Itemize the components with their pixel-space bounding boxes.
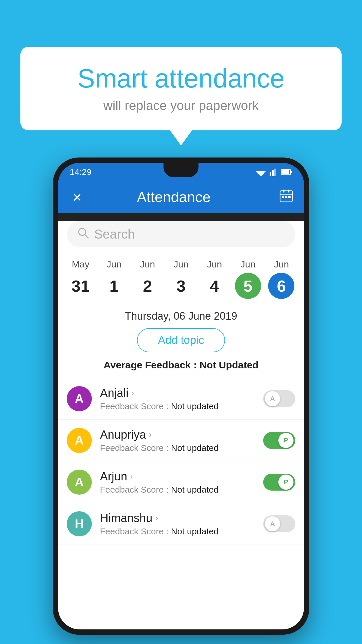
status-bar: 14:29 (58, 163, 304, 181)
feedback-value: Not updated (171, 401, 218, 411)
calendar-button[interactable] (279, 188, 294, 206)
speech-bubble: Smart attendance will replace your paper… (20, 47, 342, 130)
search-bar[interactable]: Search (67, 221, 295, 247)
cal-date-number: 31 (67, 273, 94, 299)
calendar-day[interactable]: Jun3 (165, 259, 197, 299)
app-bar-title: Attendance (86, 189, 261, 206)
calendar-day[interactable]: Jun6 (265, 259, 297, 299)
svg-marker-2 (259, 174, 263, 176)
cal-date-number: 3 (168, 273, 194, 299)
calendar-day[interactable]: Jun4 (198, 259, 231, 299)
student-info: Anjali ›Feedback Score : Not updated (100, 386, 263, 411)
average-feedback: Average Feedback : Not Updated (58, 359, 304, 371)
cal-date-number: 4 (201, 273, 228, 299)
selected-date: Thursday, 06 June 2019 (58, 310, 304, 322)
battery-icon (281, 169, 292, 175)
cal-month-label: Jun (240, 259, 256, 270)
calendar-icon (279, 188, 294, 203)
svg-rect-7 (291, 171, 292, 173)
bubble-title: Smart attendance (44, 64, 318, 93)
feedback-value: Not updated (171, 485, 218, 494)
feedback-score: Feedback Score : Not updated (100, 485, 263, 495)
toggle-knob: A (265, 516, 280, 531)
calendar-day[interactable]: Jun5 (232, 259, 264, 299)
phone-wrapper: 14:29 (53, 158, 309, 635)
cal-date-number: 2 (134, 273, 161, 299)
cal-month-label: May (72, 259, 89, 270)
calendar-day[interactable]: Jun2 (131, 259, 164, 299)
feedback-score: Feedback Score : Not updated (100, 526, 263, 536)
screen-content: Search May31Jun1Jun2Jun3Jun4Jun5Jun6 Thu… (58, 221, 304, 629)
student-list: AAnjali ›Feedback Score : Not updatedAAA… (58, 378, 304, 545)
toggle-container: A (263, 515, 295, 532)
attendance-toggle[interactable]: P (263, 432, 295, 449)
svg-rect-3 (270, 172, 271, 176)
toggle-container: A (263, 390, 295, 407)
wifi-icon (256, 168, 266, 176)
toggle-container: P (263, 432, 295, 449)
attendance-toggle[interactable]: A (263, 390, 295, 407)
svg-rect-8 (282, 170, 289, 174)
cal-month-label: Jun (274, 259, 289, 270)
svg-rect-12 (288, 190, 289, 192)
cal-month-label: Jun (207, 259, 222, 270)
svg-rect-11 (283, 190, 284, 192)
student-item: AAnjali ›Feedback Score : Not updatedA (58, 378, 304, 420)
avatar: A (67, 386, 92, 411)
cal-date-number: 6 (268, 273, 294, 299)
chevron-icon: › (155, 513, 158, 523)
avatar: H (67, 511, 92, 536)
avatar: A (67, 428, 92, 453)
status-icons (256, 168, 292, 176)
speech-bubble-container: Smart attendance will replace your paper… (20, 47, 342, 130)
svg-rect-15 (288, 196, 291, 198)
cal-date-number: 1 (101, 273, 127, 299)
student-item: AAnupriya ›Feedback Score : Not updatedP (58, 420, 304, 461)
svg-rect-13 (282, 196, 284, 198)
svg-rect-14 (285, 196, 287, 198)
feedback-value: Not updated (171, 443, 218, 453)
attendance-toggle[interactable]: P (263, 474, 295, 491)
cal-month-label: Jun (106, 259, 122, 270)
svg-rect-5 (274, 169, 276, 176)
svg-rect-4 (272, 170, 274, 176)
chevron-icon: › (149, 430, 152, 439)
student-item: AArjun ›Feedback Score : Not updatedP (58, 461, 304, 503)
average-feedback-label: Average Feedback : (103, 359, 199, 370)
feedback-value: Not updated (171, 526, 218, 536)
close-button[interactable]: × (68, 188, 86, 206)
calendar-day[interactable]: Jun1 (98, 259, 130, 299)
cal-month-label: Jun (173, 259, 189, 270)
feedback-score: Feedback Score : Not updated (100, 443, 263, 453)
avatar: A (67, 470, 92, 495)
toggle-container: P (263, 474, 295, 491)
student-info: Arjun ›Feedback Score : Not updated (100, 470, 263, 495)
student-item: HHimanshu ›Feedback Score : Not updatedA (58, 503, 304, 545)
bubble-subtitle: will replace your paperwork (44, 98, 318, 113)
student-name[interactable]: Himanshu › (100, 512, 263, 525)
status-time: 14:29 (70, 167, 92, 177)
add-topic-button[interactable]: Add topic (137, 328, 225, 352)
toggle-knob: P (278, 433, 294, 448)
toggle-knob: P (278, 475, 294, 490)
search-placeholder: Search (94, 227, 135, 242)
attendance-toggle[interactable]: A (263, 515, 295, 532)
student-name[interactable]: Anjali › (100, 386, 263, 400)
cal-date-number: 5 (235, 273, 261, 299)
search-icon (77, 227, 89, 242)
chevron-icon: › (130, 472, 133, 481)
toggle-knob: A (265, 391, 280, 406)
phone-inner: 14:29 (58, 163, 304, 629)
signal-icon (270, 168, 278, 176)
notch (164, 163, 198, 177)
calendar-strip: May31Jun1Jun2Jun3Jun4Jun5Jun6 (58, 253, 304, 302)
svg-line-17 (85, 235, 88, 238)
average-feedback-value: Not Updated (200, 359, 259, 370)
calendar-day[interactable]: May31 (64, 259, 96, 299)
student-name[interactable]: Anupriya › (100, 428, 263, 441)
search-magnifier-icon (77, 227, 89, 239)
feedback-score: Feedback Score : Not updated (100, 401, 263, 411)
student-name[interactable]: Arjun › (100, 470, 263, 483)
app-bar: × Attendance (58, 181, 304, 213)
student-info: Anupriya ›Feedback Score : Not updated (100, 428, 263, 453)
